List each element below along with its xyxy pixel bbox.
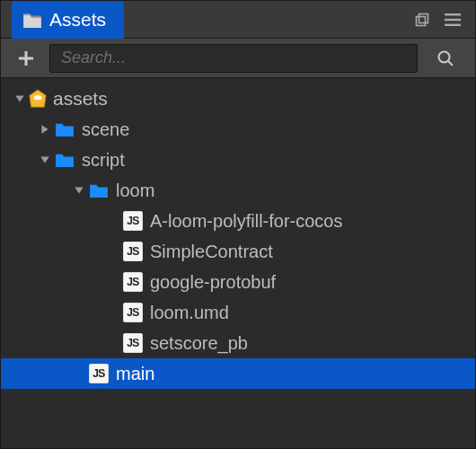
tree-item-label: scene [82, 119, 129, 140]
tree-item-label: main [116, 364, 154, 384]
assets-toolbar [1, 39, 475, 78]
tree-item-label: google-protobuf [150, 272, 276, 293]
svg-point-7 [439, 51, 450, 62]
tree-folder-scene[interactable]: scene [1, 114, 475, 145]
create-button[interactable] [10, 44, 42, 73]
tree-file-simplecontract[interactable]: JS SimpleContract [1, 236, 475, 267]
asset-tree: assets scene script loom JS [1, 78, 475, 394]
tab-label: Assets [49, 9, 106, 31]
folder-icon [22, 12, 42, 28]
svg-point-9 [33, 95, 41, 101]
tree-file-setscore-pb[interactable]: JS setscore_pb [1, 328, 475, 358]
svg-rect-1 [417, 16, 426, 25]
tree-item-label: loom [116, 180, 154, 201]
tree-root-assets[interactable]: assets [1, 84, 475, 114]
tree-file-polyfill[interactable]: JS A-loom-polyfill-for-cocos [1, 206, 475, 236]
search-input[interactable] [50, 48, 417, 67]
tree-item-label: SimpleContract [150, 242, 273, 262]
tree-item-label: script [82, 150, 125, 171]
js-file-icon: JS [121, 211, 145, 231]
js-file-icon: JS [87, 364, 110, 383]
collapse-arrow-icon[interactable] [37, 121, 53, 137]
tree-item-label: A-loom-polyfill-for-cocos [150, 211, 343, 232]
tree-file-main[interactable]: JS main [1, 358, 475, 389]
svg-line-8 [448, 61, 453, 66]
tree-item-label: setscore_pb [150, 333, 248, 354]
menu-icon[interactable] [437, 4, 468, 35]
tree-item-label: assets [53, 88, 108, 110]
expand-arrow-icon[interactable] [12, 91, 28, 107]
svg-rect-0 [419, 13, 428, 22]
tree-folder-script[interactable]: script [1, 145, 475, 175]
tree-file-loom-umd[interactable]: JS loom.umd [1, 297, 475, 328]
folder-icon [53, 152, 76, 168]
js-file-icon: JS [121, 333, 145, 353]
search-field-wrap [49, 44, 418, 73]
tree-file-google-protobuf[interactable]: JS google-protobuf [1, 267, 475, 297]
panel-tab-bar: Assets [1, 1, 475, 39]
tree-item-label: loom.umd [150, 303, 229, 323]
js-file-icon: JS [121, 303, 145, 322]
svg-rect-6 [19, 57, 33, 59]
search-button[interactable] [425, 44, 466, 73]
expand-arrow-icon[interactable] [37, 152, 53, 168]
assets-tab[interactable]: Assets [12, 1, 124, 39]
folder-icon [87, 182, 110, 198]
svg-rect-4 [445, 23, 461, 25]
js-file-icon: JS [121, 272, 145, 292]
folder-icon [53, 121, 76, 137]
js-file-icon: JS [121, 242, 145, 261]
assets-root-icon [28, 89, 48, 109]
popout-icon[interactable] [407, 4, 437, 35]
svg-rect-3 [445, 18, 461, 20]
tree-folder-loom[interactable]: loom [1, 175, 475, 206]
svg-rect-2 [445, 13, 461, 15]
expand-arrow-icon[interactable] [71, 182, 87, 198]
